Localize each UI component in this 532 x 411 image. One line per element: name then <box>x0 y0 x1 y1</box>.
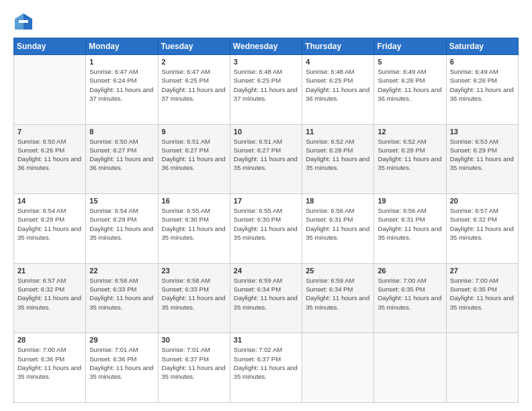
calendar-cell: 12Sunrise: 6:52 AMSunset: 6:28 PMDayligh… <box>374 124 446 194</box>
calendar-cell: 22Sunrise: 6:58 AMSunset: 6:33 PMDayligh… <box>86 263 158 333</box>
day-info: Sunrise: 6:51 AMSunset: 6:27 PMDaylight:… <box>162 137 226 173</box>
day-info: Sunrise: 6:52 AMSunset: 6:28 PMDaylight:… <box>378 137 442 173</box>
calendar-cell: 29Sunrise: 7:01 AMSunset: 6:36 PMDayligh… <box>86 333 158 403</box>
calendar-cell: 11Sunrise: 6:52 AMSunset: 6:28 PMDayligh… <box>302 124 374 194</box>
calendar-cell: 27Sunrise: 7:00 AMSunset: 6:35 PMDayligh… <box>446 263 518 333</box>
calendar-cell: 17Sunrise: 6:55 AMSunset: 6:30 PMDayligh… <box>230 194 302 264</box>
calendar-cell: 16Sunrise: 6:55 AMSunset: 6:30 PMDayligh… <box>158 194 230 264</box>
day-info: Sunrise: 6:58 AMSunset: 6:33 PMDaylight:… <box>89 276 154 312</box>
calendar-cell <box>302 333 374 403</box>
day-info: Sunrise: 6:55 AMSunset: 6:30 PMDaylight:… <box>234 206 298 242</box>
header <box>13 12 519 31</box>
calendar-cell: 28Sunrise: 7:00 AMSunset: 6:36 PMDayligh… <box>14 333 86 403</box>
calendar-cell: 2Sunrise: 6:47 AMSunset: 6:25 PMDaylight… <box>158 55 230 125</box>
calendar-cell: 9Sunrise: 6:51 AMSunset: 6:27 PMDaylight… <box>158 124 230 194</box>
logo-icon <box>13 12 34 31</box>
svg-marker-1 <box>15 13 24 30</box>
day-number: 30 <box>162 336 226 344</box>
day-number: 8 <box>89 128 154 136</box>
calendar-week-row: 1Sunrise: 6:47 AMSunset: 6:24 PMDaylight… <box>14 55 519 125</box>
calendar-cell: 3Sunrise: 6:48 AMSunset: 6:25 PMDaylight… <box>230 55 302 125</box>
calendar-cell: 8Sunrise: 6:50 AMSunset: 6:27 PMDaylight… <box>86 124 158 194</box>
calendar-week-row: 21Sunrise: 6:57 AMSunset: 6:32 PMDayligh… <box>14 263 519 333</box>
day-header-saturday: Saturday <box>446 38 518 55</box>
day-number: 29 <box>89 336 154 344</box>
day-info: Sunrise: 6:48 AMSunset: 6:25 PMDaylight:… <box>234 67 298 103</box>
day-info: Sunrise: 7:00 AMSunset: 6:35 PMDaylight:… <box>378 276 442 312</box>
calendar-cell: 4Sunrise: 6:48 AMSunset: 6:25 PMDaylight… <box>302 55 374 125</box>
day-info: Sunrise: 6:50 AMSunset: 6:27 PMDaylight:… <box>89 137 154 173</box>
day-info: Sunrise: 6:58 AMSunset: 6:33 PMDaylight:… <box>162 276 226 312</box>
calendar-cell: 14Sunrise: 6:54 AMSunset: 6:29 PMDayligh… <box>14 194 86 264</box>
day-info: Sunrise: 6:59 AMSunset: 6:34 PMDaylight:… <box>306 276 370 312</box>
calendar-cell: 5Sunrise: 6:49 AMSunset: 6:26 PMDaylight… <box>374 55 446 125</box>
day-header-friday: Friday <box>374 38 446 55</box>
day-number: 27 <box>450 267 515 275</box>
day-number: 6 <box>450 58 515 66</box>
day-number: 4 <box>306 58 370 66</box>
calendar-cell: 30Sunrise: 7:01 AMSunset: 6:37 PMDayligh… <box>158 333 230 403</box>
day-number: 11 <box>306 128 370 136</box>
svg-marker-0 <box>24 13 32 30</box>
day-info: Sunrise: 6:59 AMSunset: 6:34 PMDaylight:… <box>234 276 298 312</box>
day-number: 28 <box>17 336 82 344</box>
day-info: Sunrise: 6:47 AMSunset: 6:25 PMDaylight:… <box>162 67 226 103</box>
calendar-cell: 7Sunrise: 6:50 AMSunset: 6:26 PMDaylight… <box>14 124 86 194</box>
page: SundayMondayTuesdayWednesdayThursdayFrid… <box>0 0 532 411</box>
day-info: Sunrise: 6:54 AMSunset: 6:29 PMDaylight:… <box>89 206 154 242</box>
calendar-cell: 25Sunrise: 6:59 AMSunset: 6:34 PMDayligh… <box>302 263 374 333</box>
day-number: 10 <box>234 128 298 136</box>
day-header-thursday: Thursday <box>302 38 374 55</box>
day-number: 17 <box>234 197 298 205</box>
day-number: 22 <box>89 267 154 275</box>
calendar-table: SundayMondayTuesdayWednesdayThursdayFrid… <box>13 38 519 403</box>
day-number: 18 <box>306 197 370 205</box>
day-number: 31 <box>234 336 298 344</box>
calendar-header-row: SundayMondayTuesdayWednesdayThursdayFrid… <box>14 38 519 55</box>
calendar-week-row: 14Sunrise: 6:54 AMSunset: 6:29 PMDayligh… <box>14 194 519 264</box>
calendar-cell: 26Sunrise: 7:00 AMSunset: 6:35 PMDayligh… <box>374 263 446 333</box>
calendar-cell: 10Sunrise: 6:51 AMSunset: 6:27 PMDayligh… <box>230 124 302 194</box>
day-number: 9 <box>162 128 226 136</box>
day-number: 13 <box>450 128 515 136</box>
calendar-cell: 18Sunrise: 6:56 AMSunset: 6:31 PMDayligh… <box>302 194 374 264</box>
logo <box>13 12 36 31</box>
calendar-cell: 23Sunrise: 6:58 AMSunset: 6:33 PMDayligh… <box>158 263 230 333</box>
day-info: Sunrise: 6:50 AMSunset: 6:26 PMDaylight:… <box>17 137 82 173</box>
day-info: Sunrise: 6:49 AMSunset: 6:26 PMDaylight:… <box>378 67 442 103</box>
day-number: 12 <box>378 128 442 136</box>
day-info: Sunrise: 6:48 AMSunset: 6:25 PMDaylight:… <box>306 67 370 103</box>
calendar-cell <box>374 333 446 403</box>
day-info: Sunrise: 6:57 AMSunset: 6:32 PMDaylight:… <box>450 206 515 242</box>
day-number: 5 <box>378 58 442 66</box>
day-number: 23 <box>162 267 226 275</box>
day-number: 3 <box>234 58 298 66</box>
day-number: 24 <box>234 267 298 275</box>
day-info: Sunrise: 6:57 AMSunset: 6:32 PMDaylight:… <box>17 276 82 312</box>
calendar-cell: 15Sunrise: 6:54 AMSunset: 6:29 PMDayligh… <box>86 194 158 264</box>
day-number: 14 <box>17 197 82 205</box>
calendar-cell: 20Sunrise: 6:57 AMSunset: 6:32 PMDayligh… <box>446 194 518 264</box>
day-info: Sunrise: 7:00 AMSunset: 6:36 PMDaylight:… <box>17 345 82 381</box>
calendar-cell: 24Sunrise: 6:59 AMSunset: 6:34 PMDayligh… <box>230 263 302 333</box>
day-info: Sunrise: 6:56 AMSunset: 6:31 PMDaylight:… <box>306 206 370 242</box>
day-header-tuesday: Tuesday <box>158 38 230 55</box>
day-number: 20 <box>450 197 515 205</box>
day-number: 2 <box>162 58 226 66</box>
calendar-cell <box>14 55 86 125</box>
calendar-cell: 31Sunrise: 7:02 AMSunset: 6:37 PMDayligh… <box>230 333 302 403</box>
day-header-wednesday: Wednesday <box>230 38 302 55</box>
day-number: 21 <box>17 267 82 275</box>
day-info: Sunrise: 6:51 AMSunset: 6:27 PMDaylight:… <box>234 137 298 173</box>
day-info: Sunrise: 6:47 AMSunset: 6:24 PMDaylight:… <box>89 67 154 103</box>
calendar-week-row: 28Sunrise: 7:00 AMSunset: 6:36 PMDayligh… <box>14 333 519 403</box>
day-number: 19 <box>378 197 442 205</box>
day-number: 1 <box>89 58 154 66</box>
calendar-cell: 21Sunrise: 6:57 AMSunset: 6:32 PMDayligh… <box>14 263 86 333</box>
day-number: 16 <box>162 197 226 205</box>
calendar-week-row: 7Sunrise: 6:50 AMSunset: 6:26 PMDaylight… <box>14 124 519 194</box>
calendar-cell <box>446 333 518 403</box>
day-number: 7 <box>17 128 82 136</box>
day-info: Sunrise: 6:52 AMSunset: 6:28 PMDaylight:… <box>306 137 370 173</box>
day-number: 15 <box>89 197 154 205</box>
